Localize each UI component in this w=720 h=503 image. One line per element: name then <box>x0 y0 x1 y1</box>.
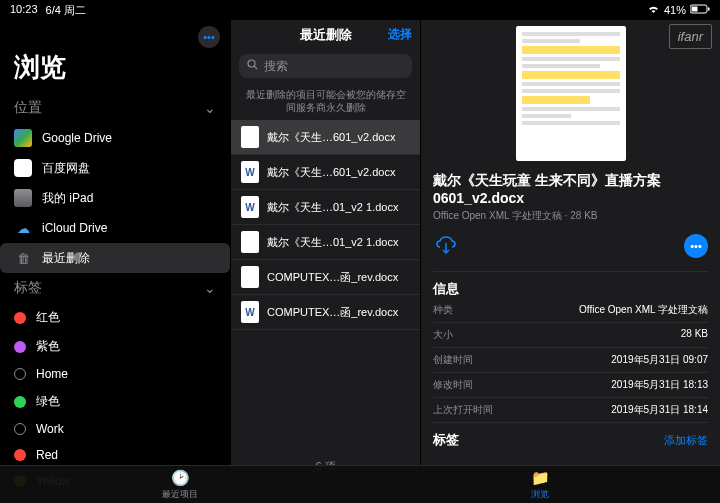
add-tag-button[interactable]: 添加标签 <box>664 433 708 448</box>
tag-dot-icon <box>14 368 26 380</box>
tag-item[interactable]: Work <box>0 416 230 442</box>
info-value: 2019年5月31日 09:07 <box>611 353 708 367</box>
tag-dot-icon <box>14 396 26 408</box>
tab-label: 浏览 <box>531 488 549 501</box>
info-value: 2019年5月31日 18:13 <box>611 378 708 392</box>
detail-column: 戴尔《天生玩童 生来不同》直播方案 0601_v2.docx Office Op… <box>420 20 720 480</box>
search-input[interactable]: 搜索 <box>239 54 412 78</box>
select-button[interactable]: 选择 <box>388 26 412 43</box>
file-name: COMPUTEX…函_rev.docx <box>267 270 410 285</box>
doc-icon <box>241 266 259 288</box>
file-row[interactable]: W戴尔《天生…601_v2.docx <box>231 155 420 190</box>
column-header: 最近删除 选择 <box>231 20 420 50</box>
tag-item[interactable]: 绿色 <box>0 387 230 416</box>
doc-icon <box>241 231 259 253</box>
tag-item[interactable]: 紫色 <box>0 332 230 361</box>
tag-item[interactable]: 红色 <box>0 303 230 332</box>
detail-title: 戴尔《天生玩童 生来不同》直播方案 0601_v2.docx <box>433 171 708 207</box>
section-locations[interactable]: 位置 ⌄ <box>0 93 230 123</box>
tag-item[interactable]: Home <box>0 361 230 387</box>
search-placeholder: 搜索 <box>264 58 288 75</box>
status-bar: 10:23 6/4 周二 41% <box>0 0 720 20</box>
tag-label: Home <box>36 367 68 381</box>
sidebar-item-gdrive[interactable]: Google Drive <box>0 123 230 153</box>
tag-dot-icon <box>14 423 26 435</box>
battery-icon <box>690 4 710 16</box>
more-button[interactable]: ••• <box>198 26 220 48</box>
sidebar-item-baidu[interactable]: 百度网盘 <box>0 153 230 183</box>
section-tags-label: 标签 <box>14 279 42 297</box>
tag-dot-icon <box>14 341 26 353</box>
file-list-column: 最近删除 选择 搜索 最近删除的项目可能会被您的储存空间服务商永久删除 戴尔《天… <box>230 20 420 480</box>
file-row[interactable]: WCOMPUTEX…函_rev.docx <box>231 295 420 330</box>
tag-label: 绿色 <box>36 393 60 410</box>
file-row[interactable]: COMPUTEX…函_rev.docx <box>231 260 420 295</box>
info-row: 修改时间2019年5月31日 18:13 <box>433 373 708 398</box>
file-name: 戴尔《天生…01_v2 1.docx <box>267 235 410 250</box>
sidebar-item-label: 我的 iPad <box>42 190 93 207</box>
tag-dot-icon <box>14 449 26 461</box>
word-icon: W <box>241 196 259 218</box>
tab-bar: 🕑 最近项目 📁 浏览 <box>0 465 720 503</box>
info-row: 种类Office Open XML 字处理文稿 <box>433 298 708 323</box>
sidebar-item-trash[interactable]: 🗑最近删除 <box>0 243 230 273</box>
sidebar-item-label: 百度网盘 <box>42 160 90 177</box>
info-row: 大小28 KB <box>433 323 708 348</box>
file-name: 戴尔《天生…01_v2 1.docx <box>267 200 410 215</box>
file-row[interactable]: 戴尔《天生…601_v2.docx <box>231 120 420 155</box>
svg-point-3 <box>248 60 255 67</box>
status-time: 10:23 <box>10 3 38 18</box>
info-key: 上次打开时间 <box>433 403 493 417</box>
wifi-icon <box>647 4 660 16</box>
info-key: 修改时间 <box>433 378 473 392</box>
info-key: 大小 <box>433 328 453 342</box>
battery-percent: 41% <box>664 4 686 16</box>
search-icon <box>247 59 258 73</box>
tab-recent[interactable]: 🕑 最近项目 <box>0 466 360 503</box>
gdrive-icon <box>14 129 32 147</box>
info-value: Office Open XML 字处理文稿 <box>579 303 708 317</box>
status-date: 6/4 周二 <box>46 3 86 18</box>
file-row[interactable]: W戴尔《天生…01_v2 1.docx <box>231 190 420 225</box>
baidu-icon <box>14 159 32 177</box>
info-value: 2019年5月31日 18:14 <box>611 403 708 417</box>
tag-dot-icon <box>14 312 26 324</box>
download-button[interactable] <box>433 233 459 259</box>
sidebar: ••• 浏览 位置 ⌄ Google Drive 百度网盘 我的 iPad ☁i… <box>0 20 230 480</box>
tab-label: 最近项目 <box>162 488 198 501</box>
file-name: COMPUTEX…函_rev.docx <box>267 305 410 320</box>
svg-line-4 <box>254 66 257 69</box>
info-row: 创建时间2019年5月31日 09:07 <box>433 348 708 373</box>
more-actions-button[interactable]: ••• <box>684 234 708 258</box>
file-list: 戴尔《天生…601_v2.docx W戴尔《天生…601_v2.docx W戴尔… <box>231 120 420 453</box>
tag-label: 紫色 <box>36 338 60 355</box>
column-title: 最近删除 <box>300 27 352 42</box>
watermark: ifanr <box>669 24 712 49</box>
tag-label: Work <box>36 422 64 436</box>
detail-subtitle: Office Open XML 字处理文稿 · 28 KB <box>433 209 708 223</box>
sidebar-item-icloud[interactable]: ☁iCloud Drive <box>0 213 230 243</box>
file-row[interactable]: 戴尔《天生…01_v2 1.docx <box>231 225 420 260</box>
tags-section-title: 标签 <box>433 431 459 449</box>
section-tags[interactable]: 标签 ⌄ <box>0 273 230 303</box>
info-value: 28 KB <box>681 328 708 342</box>
svg-rect-1 <box>692 7 698 12</box>
sidebar-item-label: Google Drive <box>42 131 112 145</box>
info-section-title: 信息 <box>433 271 708 298</box>
clock-icon: 🕑 <box>171 469 190 487</box>
sidebar-item-ipad[interactable]: 我的 iPad <box>0 183 230 213</box>
sidebar-title: 浏览 <box>0 50 230 93</box>
document-preview[interactable] <box>516 26 626 161</box>
cloud-icon: ☁ <box>14 219 32 237</box>
trash-icon: 🗑 <box>14 249 32 267</box>
tab-browse[interactable]: 📁 浏览 <box>360 466 720 503</box>
tag-label: 红色 <box>36 309 60 326</box>
word-icon: W <box>241 161 259 183</box>
info-key: 创建时间 <box>433 353 473 367</box>
doc-icon <box>241 126 259 148</box>
chevron-down-icon: ⌄ <box>204 280 216 296</box>
section-locations-label: 位置 <box>14 99 42 117</box>
info-key: 种类 <box>433 303 453 317</box>
sidebar-item-label: iCloud Drive <box>42 221 107 235</box>
chevron-down-icon: ⌄ <box>204 100 216 116</box>
